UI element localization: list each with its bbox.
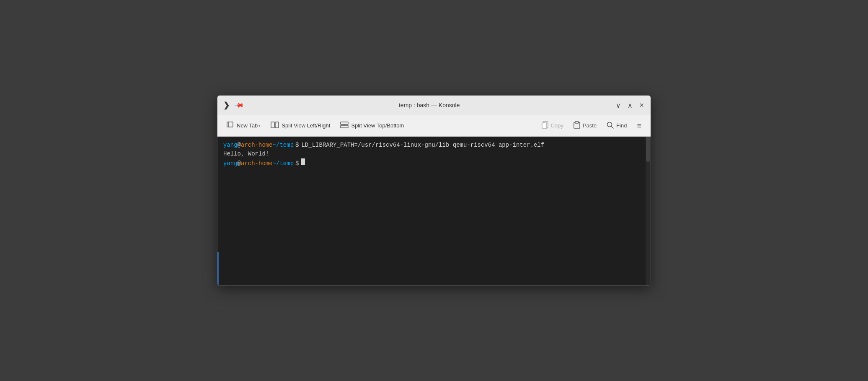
minimize-icon: ∨ (616, 101, 621, 109)
pin-icon: 📌 (234, 100, 245, 111)
maximize-button[interactable]: ∧ (625, 100, 635, 111)
prompt-dir-3: ~/temp (273, 159, 294, 168)
paste-icon (574, 121, 580, 130)
prompt-user-3: yang (223, 159, 238, 168)
terminal-output-1: Hello, World! (223, 150, 269, 158)
prompt-at-3: @ (238, 159, 241, 168)
terminal-cmd-1: LD_LIBRARY_PATH=/usr/riscv64-linux-gnu/l… (301, 141, 544, 150)
title-text: temp : bash — Konsole (399, 102, 460, 109)
new-tab-dropdown-icon: ▾ (258, 124, 261, 128)
terminal-line-3: yang @ arch-home ~/temp $ (223, 158, 645, 168)
svg-line-11 (611, 126, 613, 128)
terminal-prompt-icon: ❯ (223, 101, 230, 110)
svg-rect-0 (227, 122, 233, 127)
prompt-at-1: @ (238, 141, 241, 150)
minimize-button[interactable]: ∨ (613, 100, 623, 111)
prompt-dir-1: ~/temp (273, 141, 294, 150)
titlebar-left: ❯ 📌 (222, 99, 245, 111)
split-lr-button[interactable]: Split View Left/Right (266, 119, 334, 132)
split-lr-icon (271, 122, 279, 130)
terminal-line-2: Hello, World! (223, 150, 645, 158)
new-tab-label: New Tab (237, 122, 258, 129)
close-icon: × (639, 101, 644, 110)
paste-button[interactable]: Paste (569, 119, 601, 132)
split-tb-label: Split View Top/Bottom (351, 122, 404, 129)
copy-icon (542, 121, 548, 130)
prompt-user-1: yang (223, 141, 238, 150)
window-title: temp : bash — Konsole (245, 102, 613, 109)
svg-rect-7 (542, 123, 547, 129)
konsole-window: ❯ 📌 temp : bash — Konsole ∨ ∧ × (217, 95, 651, 286)
split-lr-label: Split View Left/Right (282, 122, 330, 129)
new-tab-button[interactable]: New Tab ▾ (222, 119, 265, 132)
terminal-cursor (301, 158, 305, 165)
scrollbar-thumb[interactable] (646, 137, 650, 162)
find-button[interactable]: Find (602, 119, 631, 132)
copy-label: Copy (551, 122, 563, 129)
svg-rect-2 (271, 122, 274, 128)
terminal-area[interactable]: yang @ arch-home ~/temp $ LD_LIBRARY_PAT… (217, 137, 651, 285)
svg-rect-5 (341, 125, 348, 128)
find-icon (607, 122, 614, 130)
titlebar-controls: ∨ ∧ × (613, 99, 646, 111)
svg-rect-4 (341, 122, 348, 124)
paste-label: Paste (583, 122, 597, 129)
titlebar: ❯ 📌 temp : bash — Konsole ∨ ∧ × (217, 96, 651, 115)
prompt-dollar-1: $ (295, 141, 299, 150)
prompt-dollar-3: $ (295, 159, 299, 168)
pin-btn[interactable]: 📌 (234, 100, 245, 111)
close-button[interactable]: × (637, 99, 646, 111)
find-label: Find (616, 122, 627, 129)
toolbar: New Tab ▾ Split View Left/Right Split Vi… (217, 115, 651, 137)
copy-button[interactable]: Copy (537, 119, 568, 132)
new-tab-icon (227, 122, 234, 130)
prompt-host-3: arch-home (241, 159, 273, 168)
svg-rect-3 (275, 122, 279, 128)
toolbar-right-actions: Copy Paste Find (537, 119, 646, 132)
split-tb-button[interactable]: Split View Top/Bottom (336, 119, 408, 132)
terminal-icon-btn[interactable]: ❯ (222, 99, 231, 111)
menu-button[interactable]: ≡ (633, 119, 646, 132)
terminal-line-1: yang @ arch-home ~/temp $ LD_LIBRARY_PAT… (223, 141, 645, 150)
maximize-icon: ∧ (628, 101, 633, 109)
hamburger-icon: ≡ (637, 122, 641, 130)
split-tb-icon (340, 122, 349, 130)
svg-rect-9 (575, 122, 579, 123)
left-accent-bar (217, 252, 219, 285)
scrollbar-track[interactable] (646, 137, 651, 285)
prompt-host-1: arch-home (241, 141, 273, 150)
